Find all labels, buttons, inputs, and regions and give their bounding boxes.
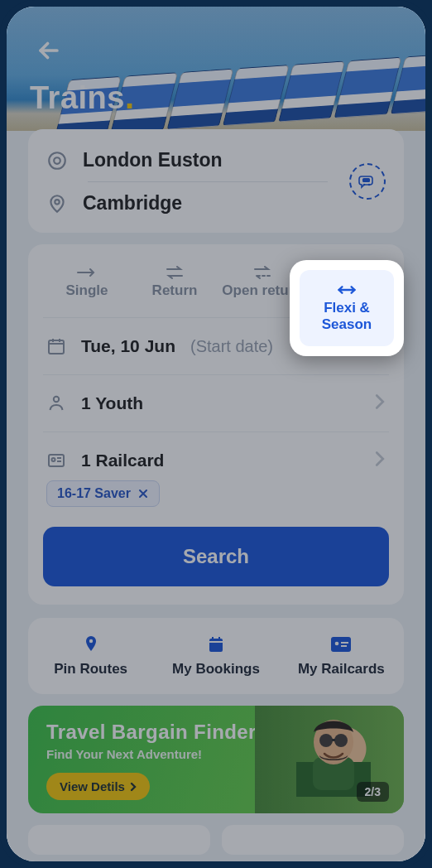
origin-label: London Euston xyxy=(83,149,223,171)
swap-stations-button[interactable] xyxy=(349,163,386,200)
svg-rect-15 xyxy=(341,645,347,647)
svg-point-20 xyxy=(334,734,348,747)
device-frame: Trains. London Euston Cambridge xyxy=(0,0,432,868)
svg-point-13 xyxy=(335,642,339,646)
shortcut-railcards[interactable]: My Railcards xyxy=(279,618,404,694)
railcard-chip-label: 16-17 Saver xyxy=(57,486,131,501)
brand-dot-icon: . xyxy=(125,79,135,115)
svg-point-4 xyxy=(363,183,366,186)
train-swap-icon xyxy=(358,171,377,191)
main-content: London Euston Cambridge Single xyxy=(7,129,425,868)
shortcuts-card: Pin Routes My Bookings My Railcards xyxy=(28,618,404,694)
chevron-right-icon xyxy=(374,393,386,414)
destination-pin-icon xyxy=(46,193,68,215)
shortcut-pin-label: Pin Routes xyxy=(54,661,127,677)
page-title: Trains. xyxy=(30,79,135,116)
railcard-row[interactable]: 1 Railcard xyxy=(43,432,389,480)
destination-label: Cambridge xyxy=(83,192,182,215)
close-icon xyxy=(137,488,149,499)
svg-rect-21 xyxy=(332,739,335,741)
chevron-right-icon xyxy=(374,451,386,471)
banner-subtitle: Find Your Next Adventure! xyxy=(46,747,386,761)
card-icon xyxy=(330,636,352,653)
svg-point-0 xyxy=(49,152,65,169)
tab-single-label: Single xyxy=(65,282,108,299)
railcard-chip[interactable]: 16-17 Saver xyxy=(46,480,160,507)
pin-icon xyxy=(81,634,101,654)
stations-card: London Euston Cambridge xyxy=(28,129,404,233)
tab-flexi-highlight: Flexi & Season xyxy=(290,260,404,356)
svg-rect-6 xyxy=(49,340,64,354)
passengers-row[interactable]: 1 Youth xyxy=(43,374,389,432)
chevron-right-icon xyxy=(130,782,137,792)
banner-cta[interactable]: View Detils xyxy=(46,773,150,800)
tab-return-label: Return xyxy=(152,282,198,299)
svg-point-19 xyxy=(319,734,333,747)
railcard-value: 1 Railcard xyxy=(81,451,164,470)
origin-row[interactable]: London Euston xyxy=(46,144,386,181)
svg-point-5 xyxy=(368,183,371,186)
person-icon xyxy=(46,393,66,413)
passengers-value: 1 Youth xyxy=(81,393,143,413)
svg-rect-3 xyxy=(362,178,370,182)
svg-point-7 xyxy=(54,397,59,402)
calendar-icon xyxy=(46,336,66,356)
tab-single[interactable]: Single xyxy=(43,256,131,309)
hero: Trains. xyxy=(7,7,425,131)
date-hint: (Start date) xyxy=(190,337,273,356)
date-value: Tue, 10 Jun xyxy=(81,336,175,356)
origin-target-icon xyxy=(46,150,68,171)
arrow-left-icon xyxy=(35,36,63,65)
arrows-lr-icon xyxy=(163,266,186,279)
svg-point-1 xyxy=(54,157,60,164)
promo-banner[interactable]: Travel Bargain Finder. Find Your Next Ad… xyxy=(28,706,404,813)
placeholder-card xyxy=(28,825,210,855)
svg-point-2 xyxy=(55,200,59,204)
arrows-open-icon xyxy=(251,266,274,279)
banner-cta-label: View Detils xyxy=(60,779,125,793)
svg-rect-11 xyxy=(209,639,223,652)
svg-point-10 xyxy=(89,639,92,643)
below-fold-placeholders xyxy=(28,825,404,855)
bookings-icon xyxy=(206,634,226,654)
svg-rect-12 xyxy=(331,637,351,652)
banner-page-indicator: 2/3 xyxy=(357,782,389,802)
search-button-label: Search xyxy=(183,545,249,567)
svg-point-9 xyxy=(52,458,55,461)
back-button[interactable] xyxy=(35,36,63,65)
destination-row[interactable]: Cambridge xyxy=(46,182,386,218)
shortcut-bookings[interactable]: My Bookings xyxy=(153,618,278,694)
tab-return[interactable]: Return xyxy=(131,256,218,309)
tab-flexi-label: Flexi & Season xyxy=(303,300,391,332)
search-button[interactable]: Search xyxy=(43,527,389,586)
placeholder-card xyxy=(222,825,404,855)
arrow-right-icon xyxy=(75,266,98,279)
arrows-h-icon xyxy=(335,283,358,297)
tab-flexi-season[interactable]: Flexi & Season xyxy=(300,270,394,346)
svg-rect-14 xyxy=(341,642,348,644)
shortcuts-row: Pin Routes My Bookings My Railcards xyxy=(28,618,404,694)
shortcut-railcards-label: My Railcards xyxy=(298,661,385,677)
shortcut-pin-routes[interactable]: Pin Routes xyxy=(28,618,153,694)
page-title-text: Trains xyxy=(30,80,125,115)
shortcut-bookings-label: My Bookings xyxy=(172,661,260,677)
railcard-icon xyxy=(46,451,66,470)
